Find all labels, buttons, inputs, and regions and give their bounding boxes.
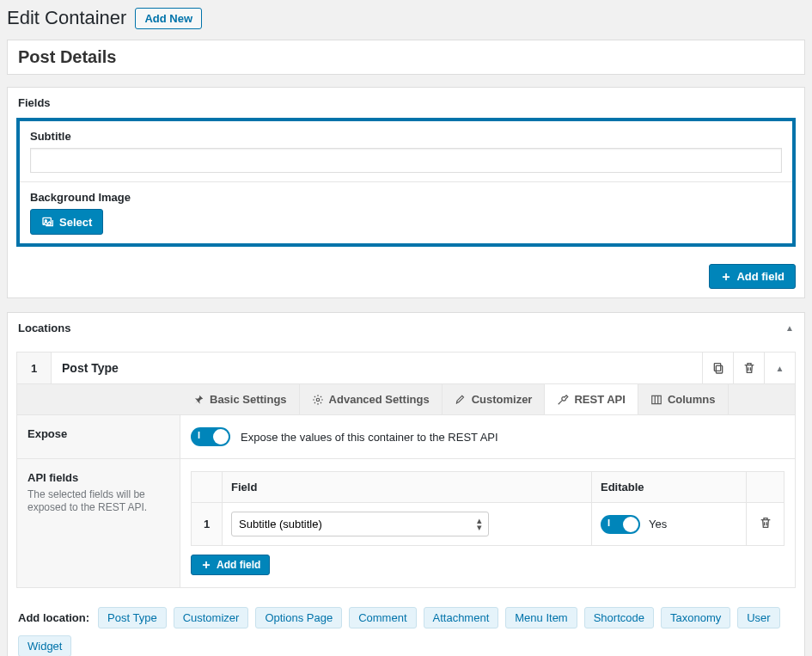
plus-icon: [200, 559, 212, 571]
add-location-option[interactable]: Widget: [18, 635, 71, 656]
fields-heading: Fields: [18, 96, 51, 109]
duplicate-location-button[interactable]: [702, 353, 733, 383]
add-location-option[interactable]: User: [737, 607, 779, 628]
select-media-label: Select: [59, 216, 92, 229]
add-location-option[interactable]: Comment: [349, 607, 416, 628]
table-row: 1 Subtitle (subtitle) ▴▾: [192, 503, 785, 546]
add-location-option[interactable]: Customizer: [174, 607, 249, 628]
api-fields-table: Field Editable 1 Subtitle (subtitle): [191, 471, 785, 546]
svg-rect-5: [652, 395, 662, 403]
add-location-option[interactable]: Taxonomy: [661, 607, 730, 628]
tab-advanced-settings[interactable]: Advanced Settings: [300, 384, 443, 414]
add-field-button[interactable]: Add field: [709, 264, 796, 289]
select-media-button[interactable]: Select: [30, 209, 103, 235]
container-title-input[interactable]: [7, 40, 805, 75]
location-row: 1 Post Type ▲: [16, 352, 796, 384]
collapse-location-button[interactable]: ▲: [764, 353, 795, 383]
add-location-option[interactable]: Menu Item: [505, 607, 577, 628]
tab-rest-api[interactable]: REST API: [545, 384, 638, 414]
chevron-up-icon: ▲: [776, 364, 785, 373]
col-header-editable: Editable: [592, 472, 747, 503]
tab-label: Customizer: [472, 393, 533, 406]
subtitle-input[interactable]: [30, 148, 782, 173]
delete-row-button[interactable]: [759, 519, 772, 532]
field-block-subtitle: Subtitle: [20, 121, 792, 182]
copy-icon: [711, 361, 725, 375]
expose-label: Expose: [27, 427, 169, 440]
collapse-toggle-icon[interactable]: ▲: [785, 323, 794, 333]
api-fields-sub: The selected fields will be exposed to t…: [27, 488, 147, 513]
field-label-bgimage: Background Image: [30, 191, 782, 204]
location-tabs: Basic Settings Advanced Settings Customi…: [16, 384, 796, 415]
tab-columns[interactable]: Columns: [638, 384, 729, 414]
expose-description: Expose the values of this container to t…: [241, 431, 498, 444]
add-location-option[interactable]: Options Page: [255, 607, 342, 628]
rest-api-settings: Expose I Expose the values of this conta…: [16, 415, 796, 588]
add-location-option[interactable]: Attachment: [424, 607, 499, 628]
plus-icon: [720, 271, 732, 283]
brush-icon: [455, 394, 467, 406]
add-location-lead: Add location:: [18, 611, 89, 624]
toggle-on-indicator: I: [198, 430, 200, 440]
editable-toggle[interactable]: I: [601, 515, 640, 534]
add-location-option[interactable]: Post Type: [98, 607, 167, 628]
add-api-field-button[interactable]: Add field: [191, 555, 270, 575]
tab-label: REST API: [574, 393, 625, 406]
media-icon: [41, 215, 55, 229]
wrench-icon: [557, 394, 569, 406]
add-location-bar: Add location: Post Type Customizer Optio…: [8, 597, 804, 656]
svg-point-4: [316, 398, 320, 402]
tab-customizer[interactable]: Customizer: [443, 384, 546, 414]
field-block-background-image: Background Image Select: [20, 182, 792, 243]
location-title: Post Type: [52, 353, 702, 383]
svg-rect-3: [714, 364, 720, 371]
col-header-actions: [747, 472, 785, 503]
locations-heading: Locations: [18, 322, 70, 334]
api-field-select[interactable]: Subtitle (subtitle): [231, 512, 489, 536]
add-location-option[interactable]: Shortcode: [584, 607, 654, 628]
locations-panel: Locations ▲ 1 Post Type ▲ Basic Settings…: [7, 312, 805, 656]
columns-icon: [650, 394, 662, 406]
tab-label: Columns: [668, 393, 716, 406]
page-title: Edit Container: [7, 7, 126, 29]
tab-label: Basic Settings: [210, 393, 287, 406]
gear-icon: [312, 394, 324, 406]
trash-icon: [759, 516, 772, 530]
api-fields-label: API fields: [27, 471, 169, 484]
toggle-on-indicator: I: [607, 518, 610, 528]
trash-icon: [742, 361, 756, 375]
col-header-num: [192, 472, 223, 503]
col-header-field: Field: [223, 472, 592, 503]
delete-location-button[interactable]: [733, 353, 764, 383]
add-field-label: Add field: [736, 270, 785, 283]
field-label-subtitle: Subtitle: [30, 130, 782, 143]
svg-rect-2: [716, 365, 722, 373]
row-number: 1: [192, 503, 223, 546]
pin-icon: [192, 394, 205, 406]
add-api-field-label: Add field: [217, 559, 260, 571]
location-number: 1: [17, 353, 52, 383]
add-new-button[interactable]: Add New: [135, 8, 202, 29]
fields-frame: Subtitle Background Image Select: [16, 118, 796, 247]
fields-panel: Fields Subtitle Background Image Select …: [7, 87, 805, 298]
expose-toggle[interactable]: I: [191, 427, 230, 446]
tab-label: Advanced Settings: [329, 393, 430, 406]
tab-basic-settings[interactable]: Basic Settings: [180, 384, 300, 414]
editable-label: Yes: [649, 518, 667, 530]
